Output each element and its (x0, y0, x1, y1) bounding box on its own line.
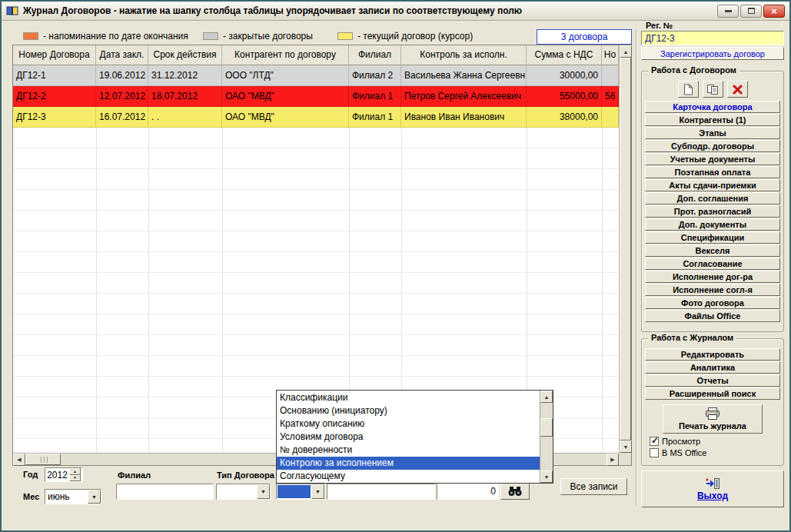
search-button[interactable] (500, 483, 530, 500)
column-header-control[interactable]: Контроль за исполн. (401, 45, 527, 65)
cell-date: 12.07.2012 (96, 86, 148, 107)
sort-option[interactable]: Условиям договора (277, 431, 540, 444)
column-header-date[interactable]: Дата закл. (96, 45, 148, 65)
contract-action-button[interactable]: Контрагенты (1) (645, 114, 780, 126)
contract-type-value (217, 484, 257, 499)
contract-action-button[interactable]: Доп. документы (645, 218, 780, 231)
sort-field-selection (278, 485, 311, 498)
scroll-down-button[interactable]: ▼ (620, 441, 632, 453)
journal-action-button[interactable]: Редактировать (645, 348, 780, 361)
contract-action-button[interactable]: Файлы Office (645, 310, 780, 322)
exit-label: Выход (697, 490, 728, 501)
title-bar[interactable]: Журнал Договоров - нажатие на шапку стол… (2, 2, 789, 21)
cell-extra (602, 65, 619, 86)
msoffice-checkbox[interactable]: В MS Office (650, 447, 783, 458)
branch-label: Филиал (118, 470, 151, 480)
contract-card-button[interactable]: Карточка договора (645, 101, 780, 113)
close-button[interactable]: × (763, 5, 785, 18)
year-input[interactable] (45, 468, 69, 481)
contract-action-button[interactable]: Этапы (645, 127, 780, 139)
sort-option[interactable]: Согласующему (277, 470, 540, 483)
contract-action-button[interactable]: Векселя (645, 244, 780, 257)
close-icon: × (771, 6, 777, 16)
table-vertical-scrollbar[interactable]: ▲ ▼ (619, 45, 631, 453)
cell-sum: 38000,00 (527, 107, 602, 128)
contract-type-label: Тип Договора (217, 470, 274, 480)
journal-action-button[interactable]: Отчеты (645, 374, 780, 387)
contract-action-button[interactable]: Прот. разногласий (645, 205, 780, 218)
dropdown-scroll-track[interactable] (540, 437, 553, 470)
contract-type-combobox[interactable]: ▼ (216, 484, 271, 500)
table-row[interactable]: ДГ12-1 19.06.2012 31.12.2012 ООО "ЛТД" Ф… (13, 65, 619, 86)
contract-action-button[interactable]: Исполнение дог-ра (645, 271, 780, 283)
contract-action-button[interactable]: Доп. соглашения (645, 192, 780, 204)
sort-option[interactable]: Краткому описанию (277, 417, 540, 431)
table-row-current[interactable]: ДГ12-3 16.07.2012 . . ОАО "МВД" Филиал 1… (13, 107, 619, 128)
print-journal-button[interactable]: Печать журнала (663, 404, 763, 434)
preview-checkbox[interactable]: Просмотр (650, 436, 783, 447)
delete-contract-button[interactable] (727, 81, 748, 98)
exit-button[interactable]: Выход (641, 470, 784, 507)
year-down-button[interactable]: ▼ (69, 475, 81, 482)
search-count-input[interactable] (437, 483, 499, 500)
horizontal-scroll-thumb[interactable] (25, 454, 61, 465)
journal-action-button[interactable]: Аналитика (645, 361, 780, 374)
contract-action-button[interactable]: Фото договора (645, 297, 780, 309)
copy-contract-button[interactable] (703, 81, 723, 98)
cell-term: . . (148, 107, 222, 128)
contract-action-button[interactable]: Субподр. договоры (645, 140, 780, 152)
new-contract-button[interactable] (678, 81, 699, 98)
search-text-input[interactable] (327, 484, 435, 500)
journal-panel: Работа с Журналом Редактировать Аналитик… (641, 338, 784, 466)
year-up-button[interactable]: ▲ (69, 468, 81, 475)
sort-field-combobox[interactable]: ▼ (276, 484, 325, 500)
dropdown-scroll-thumb[interactable] (540, 418, 553, 437)
contract-action-button[interactable]: Учетные документы (645, 153, 780, 165)
month-label: Мес (23, 492, 39, 501)
column-header-sum[interactable]: Сумма с НДС (527, 45, 602, 65)
table-header-row: Номер Договора Дата закл. Срок действия … (13, 45, 619, 65)
dropdown-scrollbar[interactable]: ▲ ▼ (540, 391, 553, 483)
scroll-up-button[interactable]: ▲ (540, 391, 553, 403)
column-header-contractor[interactable]: Контрагент по договору (222, 45, 349, 65)
maximize-button[interactable] (740, 5, 762, 18)
all-records-button[interactable]: Все записи (560, 478, 627, 495)
column-header-extra[interactable]: Но (602, 45, 619, 65)
app-window: Журнал Договоров - нажатие на шапку стол… (0, 0, 791, 532)
checkbox-label: Просмотр (662, 437, 700, 446)
scroll-up-button[interactable]: ▲ (620, 45, 632, 58)
journal-action-button[interactable]: Расширенный поиск (645, 387, 780, 400)
sort-option[interactable]: № доверенности (277, 444, 540, 457)
year-label: Год (23, 470, 38, 479)
scroll-right-button[interactable]: ▶ (607, 454, 619, 466)
cell-extra (602, 107, 619, 128)
month-combobox[interactable]: июнь ▼ (45, 489, 101, 504)
sort-option[interactable]: Классификации (277, 391, 540, 404)
year-spinner: ▲ ▼ (45, 467, 83, 482)
column-header-term[interactable]: Срок действия (148, 45, 222, 65)
chevron-down-icon[interactable]: ▼ (257, 484, 270, 499)
vertical-scroll-thumb[interactable] (620, 58, 631, 441)
current-color-swatch (337, 32, 353, 40)
sort-option[interactable]: Основанию (инициатору) (277, 404, 540, 417)
scroll-left-button[interactable]: ◀ (13, 454, 25, 466)
column-header-branch[interactable]: Филиал (349, 45, 401, 65)
column-header-number[interactable]: Номер Договора (13, 45, 96, 65)
contract-action-button[interactable]: Согласование (645, 258, 780, 270)
contract-panel-title: Работа с Договором (648, 65, 739, 75)
branch-input[interactable] (116, 484, 214, 500)
reg-number-label: Рег. № (646, 21, 673, 30)
minimize-button[interactable] (717, 5, 739, 18)
reg-number-input[interactable] (641, 31, 784, 45)
chevron-down-icon[interactable]: ▼ (88, 490, 101, 504)
contract-action-button[interactable]: Спецификации (645, 231, 780, 244)
register-contract-button[interactable]: Зарегистрировать договор (641, 47, 784, 60)
table-row[interactable]: ДГ12-2 12.07.2012 18.07.2012 ОАО "МВД" Ф… (13, 86, 619, 107)
chevron-down-icon[interactable]: ▼ (311, 484, 324, 499)
scroll-down-button[interactable]: ▼ (540, 470, 553, 483)
binoculars-icon (507, 486, 523, 497)
contract-action-button[interactable]: Поэтапная оплата (645, 166, 780, 178)
contract-action-button[interactable]: Исполнение согл-я (645, 284, 780, 296)
sort-option-selected[interactable]: Контролю за исполнением (277, 457, 540, 470)
contract-action-button[interactable]: Акты сдачи-приемки (645, 179, 780, 191)
